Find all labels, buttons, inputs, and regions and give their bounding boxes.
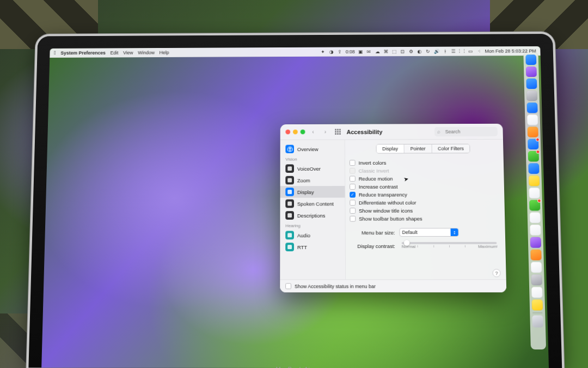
sidebar-item-descriptions[interactable]: Descriptions [280, 209, 345, 221]
checkbox-contrast[interactable] [350, 184, 356, 190]
search-input[interactable] [434, 126, 498, 136]
sidebar-item-audio[interactable]: Audio [280, 229, 345, 241]
dock-item-app-b[interactable] [527, 114, 538, 125]
audio-icon [285, 231, 294, 239]
menu-window[interactable]: Window [138, 50, 155, 55]
dock-item-zoom[interactable] [528, 163, 539, 174]
checkbox-invert[interactable] [350, 160, 356, 166]
menubar-size-label: Menu bar size: [350, 230, 395, 236]
sidebar-section-header: Hearing [280, 221, 345, 230]
menu-view[interactable]: View [123, 50, 133, 56]
dock-item-photos[interactable] [531, 262, 542, 273]
status-icon[interactable]: ✉ [366, 49, 372, 55]
sidebar-item-rtt[interactable]: RTT [280, 241, 345, 253]
footer-checkbox[interactable] [285, 283, 291, 289]
menu-help[interactable]: Help [160, 50, 169, 55]
close-button[interactable] [285, 130, 290, 135]
dock-item-finder[interactable] [525, 55, 536, 65]
dock-item-app-chat[interactable] [529, 200, 540, 211]
window-title: Accessibility [347, 129, 383, 135]
sidebar-item-label: Display [297, 189, 314, 195]
dock-item-messages[interactable] [528, 151, 539, 161]
dock-item-notes[interactable] [532, 299, 543, 310]
desktop[interactable]:  System Preferences Edit View Window He… [41, 46, 549, 368]
window-titlebar[interactable]: ‹ › Accessibility ⌕ [280, 124, 503, 140]
dock-item-app-grey2[interactable] [531, 274, 542, 285]
dock-item-brave[interactable] [528, 126, 538, 137]
checkbox-label: Reduce transparency [359, 192, 407, 198]
check-row-motion: Reduce motion [350, 174, 498, 183]
status-icon[interactable]: ⬚ [392, 49, 397, 54]
sidebar-item-zoom[interactable]: Zoom [280, 174, 345, 186]
battery-icon[interactable]: ▭ [468, 49, 473, 54]
sidebar-item-spoken[interactable]: Spoken Content [280, 198, 345, 210]
descriptions-icon [285, 211, 294, 220]
dock-item-app-store[interactable] [526, 102, 537, 113]
checkbox-diffcolor[interactable] [350, 200, 356, 206]
sidebar-item-label: Descriptions [297, 213, 325, 219]
status-icon[interactable]: ☁ [375, 49, 380, 55]
badge-icon [536, 150, 540, 154]
status-icon[interactable]: ✦ [320, 49, 326, 55]
control-center-icon[interactable]: ⁖ [476, 49, 482, 54]
menubar-size-popup[interactable]: Default ▴▾ [399, 228, 458, 237]
show-all-button[interactable] [333, 128, 342, 136]
menubar-extras[interactable]: ✦ ◑ ⇪ 0:08 ▣ ✉ ☁ ⌘ ⬚ ⊡ ⚙ ◐ ↻ 🔊 [320, 48, 536, 54]
slider-thumb[interactable] [403, 240, 409, 246]
dock-item-siri[interactable] [526, 67, 537, 77]
dock-item-bbedit[interactable] [529, 188, 540, 198]
checkbox-label: Classic Invert [359, 168, 389, 174]
tab-color-filters[interactable]: Color Filters [431, 144, 470, 153]
help-button[interactable]: ? [492, 269, 500, 277]
forward-button[interactable]: › [321, 128, 330, 136]
timer-readout[interactable]: 0:08 [346, 49, 355, 55]
checkbox-label: Show window title icons [359, 208, 413, 214]
menubar:  System Preferences Edit View Window He… [50, 46, 540, 58]
status-icon[interactable]: ☰ [451, 49, 456, 54]
status-icon[interactable]: ◐ [417, 49, 422, 54]
volume-icon[interactable]: 🔊 [434, 49, 439, 54]
dock-trash[interactable] [532, 315, 543, 327]
bluetooth-icon[interactable]: ᚼ [443, 49, 448, 54]
dock-item-mail[interactable] [528, 139, 538, 149]
checkbox-toolbarshapes[interactable] [350, 216, 356, 222]
wifi-icon[interactable]: ⋮⋮ [460, 49, 465, 54]
footer-label: Show Accessibility status in menu bar [295, 283, 376, 289]
checkbox-titleicons[interactable] [350, 208, 356, 214]
back-button[interactable]: ‹ [309, 128, 317, 136]
status-icon[interactable]: ⌘ [383, 49, 389, 54]
apple-menu[interactable]:  [54, 50, 56, 56]
status-icon[interactable]: ↻ [426, 49, 431, 54]
app-name-menu[interactable]: System Preferences [60, 50, 106, 56]
status-icon[interactable]: ◑ [329, 49, 334, 55]
display-contrast-label: Display contrast: [350, 242, 395, 249]
status-icon[interactable]: ⊡ [400, 49, 406, 54]
status-icon[interactable]: ⚙ [409, 49, 414, 54]
dock-item-calendar[interactable] [531, 287, 543, 298]
dock-item-1password[interactable] [530, 225, 541, 236]
dock-item-safari[interactable] [526, 79, 537, 89]
dock-separator [532, 312, 542, 313]
menu-edit[interactable]: Edit [110, 50, 118, 56]
minimize-button[interactable] [293, 130, 298, 135]
dock-item-system-preferences[interactable] [526, 91, 537, 101]
dock-item-slack[interactable] [530, 212, 541, 223]
search-icon: ⌕ [437, 128, 440, 134]
content-pane: DisplayPointerColor Filters Invert color… [345, 140, 506, 280]
sidebar-item-label: Audio [297, 232, 310, 238]
sidebar-item-overview[interactable]: Overview [280, 143, 345, 155]
tab-display[interactable]: Display [376, 144, 404, 153]
dock-item-app-a[interactable] [529, 176, 540, 186]
tab-pointer[interactable]: Pointer [404, 144, 432, 153]
status-icon[interactable]: ⇪ [337, 49, 342, 55]
dock-item-app-purple[interactable] [530, 237, 541, 248]
sidebar-item-display[interactable]: Display [280, 186, 345, 198]
checkbox-transparency[interactable]: ✓ [350, 192, 356, 198]
check-row-invert: Invert colors [350, 159, 497, 167]
display-contrast-slider[interactable] [402, 242, 497, 244]
zoom-button[interactable] [301, 130, 305, 135]
checkbox-motion[interactable] [350, 176, 356, 182]
dock-item-app-orange2[interactable] [530, 250, 541, 261]
status-icon[interactable]: ▣ [358, 49, 363, 55]
sidebar-item-voiceover[interactable]: VoiceOver [280, 162, 345, 174]
